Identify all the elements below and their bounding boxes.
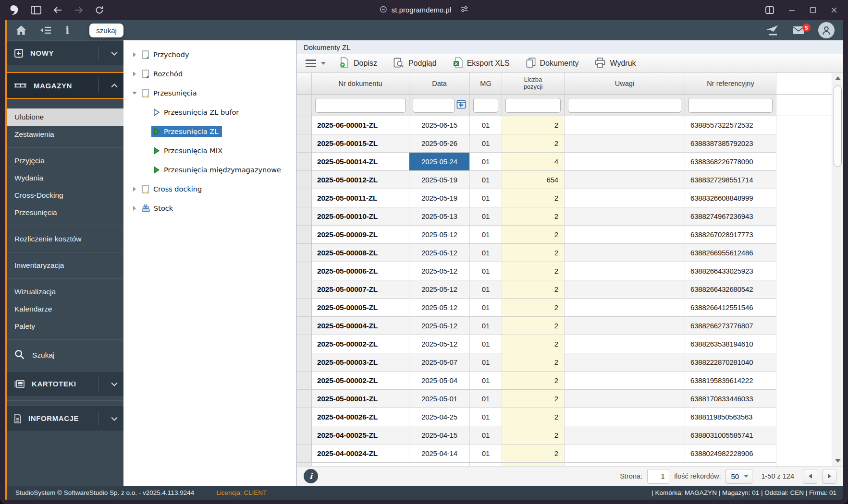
search-tooltip[interactable]: szukaj: [89, 24, 123, 37]
sidebar-item-przyjęcia[interactable]: Przyjęcia: [7, 152, 123, 169]
cell-nr-dokumentu[interactable]: 2025-05-00003-ZL: [312, 353, 409, 372]
cell-uwagi[interactable]: [565, 171, 685, 189]
cell-liczba-pozycji[interactable]: 2: [502, 426, 565, 444]
cell-nr-referencyjny[interactable]: 6388266432680542: [685, 280, 776, 299]
cell-nr-dokumentu[interactable]: 2025-05-00001-ZL: [312, 390, 409, 408]
cell-nr-referencyjny[interactable]: 6388170833446033: [685, 390, 776, 408]
back-icon[interactable]: [53, 6, 62, 14]
cell-nr-dokumentu[interactable]: 2025-05-00006-ZL: [312, 262, 409, 280]
cell-nr-referencyjny[interactable]: 6388222870281040: [685, 353, 776, 372]
column-header-mg[interactable]: MG: [470, 73, 502, 94]
cell-mg[interactable]: 01: [470, 153, 502, 171]
cell-data[interactable]: 2025-05-26: [409, 134, 470, 153]
row-header-cell[interactable]: [297, 280, 312, 299]
calendar-icon[interactable]: [456, 99, 466, 111]
cell-mg[interactable]: 01: [470, 299, 502, 317]
sidebar-item-magazyn[interactable]: MAGAZYN: [7, 72, 123, 99]
cell-uwagi[interactable]: [565, 353, 685, 372]
cell-data[interactable]: 2025-05-01: [409, 390, 470, 408]
tree-expander-icon[interactable]: [129, 72, 140, 76]
cell-liczba-pozycji[interactable]: 654: [502, 171, 565, 189]
column-header-nr-referencyjny[interactable]: Nr referencyjny: [685, 73, 776, 94]
cell-data[interactable]: 2025-05-12: [409, 299, 470, 317]
cell-data[interactable]: 2025-05-12: [409, 226, 470, 244]
sidebar-item-informacje[interactable]: INFORMACJE: [7, 406, 123, 431]
cell-mg[interactable]: 01: [470, 353, 502, 372]
sidebar-item-kartoteki[interactable]: KARTOTEKI: [7, 371, 123, 396]
row-header-cell[interactable]: [297, 226, 312, 244]
cell-uwagi[interactable]: [565, 444, 685, 463]
home-icon[interactable]: [15, 25, 27, 36]
cell-nr-dokumentu[interactable]: 2025-05-00012-ZL: [312, 171, 409, 189]
cell-nr-dokumentu[interactable]: 2025-05-00008-ZL: [312, 244, 409, 262]
table-row[interactable]: 2025-05-00003-ZL2025-05-0701263882228702…: [297, 353, 832, 372]
cell-nr-referencyjny[interactable]: 6388274967236943: [685, 207, 776, 226]
cell-liczba-pozycji[interactable]: 2: [502, 317, 565, 335]
cell-uwagi[interactable]: [565, 280, 685, 299]
table-row[interactable]: 2025-05-00002-ZL2025-05-0401263881958396…: [297, 372, 832, 390]
row-header-cell[interactable]: [297, 134, 312, 153]
cell-data[interactable]: 2025-05-04: [409, 372, 470, 390]
cell-nr-referencyjny[interactable]: 6388368226778090: [685, 153, 776, 171]
cell-liczba-pozycji[interactable]: 2: [502, 390, 565, 408]
forward-icon[interactable]: [74, 6, 84, 14]
send-icon[interactable]: [765, 24, 779, 36]
cell-liczba-pozycji[interactable]: 2: [502, 299, 565, 317]
toolbar-button-podgl-d[interactable]: Podgląd: [393, 58, 437, 70]
cell-data[interactable]: 2025-05-12: [409, 335, 470, 353]
cell-nr-referencyjny[interactable]: 6388119850563563: [685, 408, 776, 426]
cell-liczba-pozycji[interactable]: 2: [502, 134, 565, 153]
cell-uwagi[interactable]: [565, 189, 685, 207]
filter-input-liczba-pozycji[interactable]: [505, 98, 561, 113]
cell-data[interactable]: 2025-05-24: [409, 153, 470, 171]
cell-nr-dokumentu[interactable]: 2025-04-00026-ZL: [312, 408, 409, 426]
reload-icon[interactable]: [95, 6, 104, 14]
filter-input-uwagi[interactable]: [568, 98, 681, 113]
row-header-cell[interactable]: [297, 353, 312, 372]
address-bar[interactable]: st.programdemo.pl: [380, 6, 468, 15]
cell-data[interactable]: 2025-05-12: [409, 244, 470, 262]
table-row[interactable]: 2025-05-00012-ZL2025-05-1901654638832729…: [297, 171, 832, 189]
cell-liczba-pozycji[interactable]: 2: [502, 353, 565, 372]
cell-liczba-pozycji[interactable]: 2: [502, 244, 565, 262]
cell-nr-referencyjny[interactable]: 6388195839614222: [685, 372, 776, 390]
cell-data[interactable]: 2025-04-14: [409, 444, 470, 463]
table-row[interactable]: 2025-05-00001-ZL2025-05-0101263881708334…: [297, 390, 832, 408]
toolbar-button-dokumenty[interactable]: Dokumenty: [526, 58, 579, 70]
cell-mg[interactable]: 01: [470, 390, 502, 408]
filter-input-nr-referencyjny[interactable]: [688, 98, 773, 113]
cell-uwagi[interactable]: [565, 372, 685, 390]
row-header-cell[interactable]: [297, 408, 312, 426]
cell-mg[interactable]: 01: [470, 171, 502, 189]
row-header-cell[interactable]: [297, 189, 312, 207]
filter-input-nr-dokumentu[interactable]: [315, 98, 406, 113]
grid-menu-button[interactable]: [306, 60, 326, 67]
cell-data[interactable]: 2025-04-15: [409, 426, 470, 444]
cell-uwagi[interactable]: [565, 116, 685, 134]
minimize-icon[interactable]: [788, 7, 795, 13]
cell-uwagi[interactable]: [565, 244, 685, 262]
table-row[interactable]: 2025-05-00004-ZL2025-05-1201263882662737…: [297, 317, 832, 335]
url-text[interactable]: st.programdemo.pl: [392, 6, 451, 14]
column-header-liczba-pozycji[interactable]: Liczba pozycji: [502, 73, 565, 94]
cell-data[interactable]: 2025-05-12: [409, 262, 470, 280]
table-row[interactable]: 2025-05-00007-ZL2025-05-1201263882664326…: [297, 280, 832, 299]
sidebar-item-palety[interactable]: Palety: [7, 318, 123, 335]
mail-icon[interactable]: 5: [792, 26, 805, 35]
cell-mg[interactable]: 01: [470, 444, 502, 463]
sidebar-item-nowy[interactable]: NOWY: [7, 40, 123, 65]
row-header-cell[interactable]: [297, 116, 312, 134]
cell-mg[interactable]: 01: [470, 226, 502, 244]
close-icon[interactable]: [831, 7, 837, 13]
row-header-cell[interactable]: [297, 444, 312, 463]
sidebar-toggle-icon[interactable]: [31, 6, 41, 14]
row-header-cell[interactable]: [297, 262, 312, 280]
cell-mg[interactable]: 01: [470, 189, 502, 207]
row-header-cell[interactable]: [297, 317, 312, 335]
grid-info-button[interactable]: i: [304, 469, 318, 483]
tune-icon[interactable]: [460, 6, 468, 14]
column-header-nr-dokumentu[interactable]: Nr dokumentu: [312, 73, 409, 94]
cell-nr-dokumentu[interactable]: 2025-05-00010-ZL: [312, 207, 409, 226]
sidebar-item-szukaj[interactable]: Szukaj: [7, 344, 123, 366]
cell-uwagi[interactable]: [565, 134, 685, 153]
